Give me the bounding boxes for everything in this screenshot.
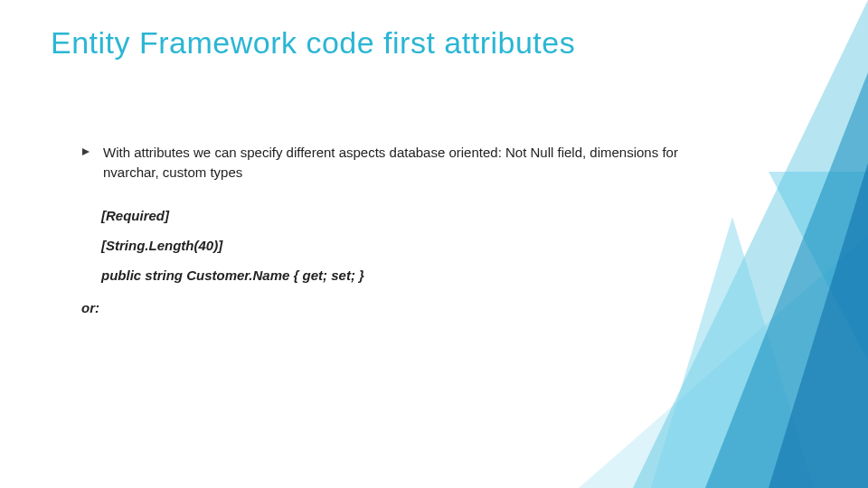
code-example: [Required] [String.Length(40)] public st… [101, 201, 364, 290]
bullet-text: With attributes we can specify different… [103, 143, 705, 183]
code-line: [Required] [101, 201, 364, 230]
svg-marker-0 [82, 148, 90, 155]
decorative-triangle [705, 72, 868, 488]
bullet-arrow-icon [81, 147, 90, 156]
decorative-triangle [651, 217, 814, 488]
decorative-triangle [633, 0, 868, 488]
or-label: or: [81, 300, 99, 315]
bullet-item: With attributes we can specify different… [81, 143, 705, 183]
decorative-triangle [769, 172, 868, 361]
decorative-triangle [769, 163, 868, 488]
slide-title: Entity Framework code first attributes [51, 25, 575, 61]
code-line: public string Customer.Name { get; set; … [101, 260, 364, 290]
decorative-triangle [579, 235, 868, 488]
code-line: [String.Length(40)] [101, 230, 364, 260]
slide: Entity Framework code first attributes W… [0, 0, 868, 488]
